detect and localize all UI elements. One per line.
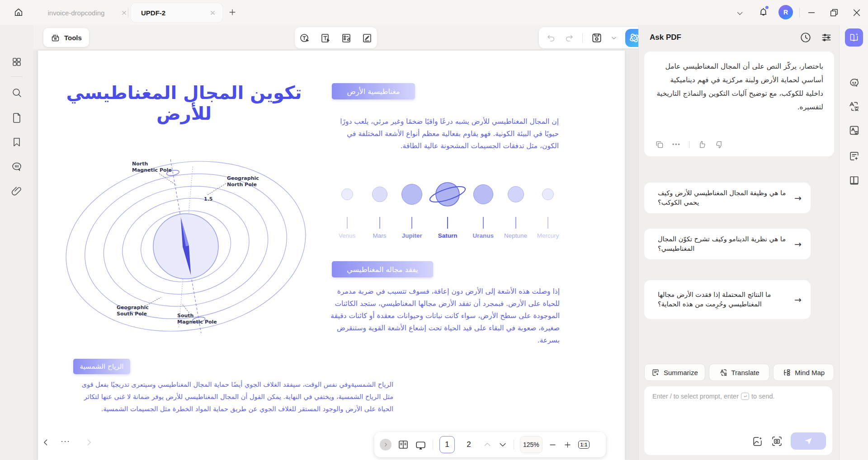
ai-response-text: باختصار، يركّز النص على أن المجال المغنا… (655, 60, 823, 114)
expand-toolbar-icon[interactable] (380, 439, 392, 451)
thumbs-down-icon[interactable] (715, 140, 724, 149)
quick-actions-row: Summarize Translate Mind Map (644, 364, 834, 381)
translate-page-icon[interactable] (849, 125, 860, 136)
ai-chat-icon[interactable] (849, 77, 860, 89)
zoom-out-icon[interactable] (548, 441, 557, 449)
summarize-doc-icon (651, 368, 660, 377)
save-options-chevron-icon[interactable] (611, 35, 617, 41)
pdf-page: تكوين المجال المغناطيسي للأرض مغناطيسية … (38, 51, 625, 460)
new-tab-icon[interactable] (228, 8, 237, 17)
zoom-in-icon[interactable] (563, 441, 572, 449)
sidebar-divider (11, 76, 23, 77)
add-image-icon[interactable] (752, 436, 763, 447)
tools-button[interactable]: Tools (43, 28, 89, 47)
main-toolbar: Tools (33, 25, 638, 50)
tab-label: UPDF-2 (141, 9, 209, 17)
arrow-right-icon: → (794, 295, 802, 305)
minimize-icon[interactable] (807, 8, 816, 18)
ask-pdf-active-icon[interactable] (845, 28, 863, 47)
sign-stamp-icon[interactable] (362, 33, 373, 43)
response-actions: ••• (655, 140, 724, 149)
presentation-mode-icon[interactable] (415, 439, 426, 451)
reader-book-icon[interactable] (849, 174, 860, 186)
restore-window-icon[interactable] (829, 8, 839, 18)
thumbnails-grid-icon[interactable] (11, 56, 22, 67)
diagram-label-south-magnetic-1: South (177, 313, 193, 319)
tab-invoice-dropcoding[interactable]: invoice-dropcoding (32, 4, 127, 22)
screenshot-camera-icon[interactable] (771, 436, 783, 447)
page-nav-more[interactable]: ··· (61, 437, 70, 446)
zoom-level-box[interactable]: 125% (520, 437, 542, 453)
more-actions-icon[interactable]: ••• (672, 141, 681, 148)
ask-pdf-header: Ask PDF (639, 25, 840, 50)
diagram-label-north-magnetic-1: North (132, 161, 148, 167)
thumbs-up-icon[interactable] (698, 140, 707, 149)
two-page-view-icon[interactable] (398, 439, 409, 450)
home-icon[interactable] (14, 7, 24, 17)
tab-close-icon[interactable] (121, 9, 127, 16)
tab-updf-2[interactable]: UPDF-2 (131, 3, 222, 22)
tab-close-icon[interactable] (209, 9, 216, 16)
viewer-bottom-toolbar: 1 2 125% 1:1 (374, 432, 606, 457)
diagram-label-geo-north-2: North Pole (227, 182, 257, 188)
ask-pdf-panel: Ask PDF باختصار، يركّز النص على أن المجا… (638, 25, 839, 460)
history-clock-icon[interactable] (800, 32, 811, 43)
toolbar-divider (514, 440, 514, 450)
ai-response-card: باختصار، يركّز النص على أن المجال المغنا… (644, 52, 834, 156)
tools-label: Tools (64, 34, 82, 42)
toolbar-divider (433, 440, 433, 450)
prompt-placeholder: Enter / to select prompt, enter to send. (652, 393, 824, 400)
badge-loses-magnetic-field: يفقد مجاله المغناطيسي (332, 261, 433, 277)
reader-text-icon[interactable] (299, 33, 310, 43)
bookmark-icon[interactable] (11, 136, 22, 147)
diagram-label-geo-north-1: Geographic (227, 175, 259, 181)
undo-icon[interactable] (546, 33, 556, 43)
avatar[interactable]: R (778, 5, 793, 19)
prompt-input[interactable]: Enter / to select prompt, enter to send. (644, 386, 832, 455)
ai-tools-sidebar (839, 25, 868, 460)
page-document-icon[interactable] (11, 112, 22, 123)
page-up-chevron-icon[interactable] (483, 440, 492, 449)
pdf-viewport[interactable]: تكوين المجال المغناطيسي للأرض مغناطيسية … (33, 50, 638, 460)
close-window-icon[interactable] (852, 8, 862, 18)
suggested-question-3[interactable]: ما النتائج المحتملة إذا فقدت الأرض مجاله… (644, 280, 811, 319)
form-fields-icon[interactable] (341, 33, 352, 43)
notifications-bell-icon[interactable] (758, 6, 769, 18)
placeholder-suffix: to send. (751, 393, 775, 400)
save-icon[interactable] (591, 32, 603, 44)
suggested-question-1[interactable]: ما هي وظيفة المجال المغناطيسي للأرض وكيف… (644, 183, 811, 213)
actual-size-button[interactable]: 1:1 (578, 441, 590, 449)
window-titlebar: invoice-dropcoding UPDF-2 R (0, 0, 868, 25)
translate-button[interactable]: Translate (709, 364, 770, 381)
planet-mars: Mars (363, 180, 396, 239)
diagram-label-geo-south-1: Geographic (117, 305, 149, 310)
mind-map-button[interactable]: Mind Map (773, 364, 834, 381)
suggestion-text: ما النتائج المحتملة إذا فقدت الأرض مجاله… (658, 290, 788, 309)
planet-venus: Venus (331, 180, 363, 239)
diagram-label-north-magnetic-2: Magnetic Pole (132, 167, 172, 173)
attachments-paperclip-icon[interactable] (11, 186, 22, 197)
summarize-doc-icon[interactable] (849, 150, 860, 162)
page-button-2[interactable]: 2 (461, 436, 476, 453)
toolbar-divider (582, 33, 583, 43)
search-icon[interactable] (11, 87, 22, 98)
settings-sliders-icon[interactable] (821, 32, 832, 43)
translate-label: Translate (731, 369, 760, 376)
suggested-question-2[interactable]: ما هي نظرية الدينامو وكيف تشرح تكوّن الم… (644, 229, 811, 259)
panel-title: Ask PDF (650, 33, 681, 42)
prev-page-chevron-icon[interactable] (42, 438, 51, 447)
page-down-chevron-icon[interactable] (498, 440, 507, 449)
copy-icon[interactable] (655, 140, 664, 149)
planet-saturn: Saturn (428, 180, 467, 239)
edit-text-icon[interactable] (320, 33, 331, 43)
redo-icon[interactable] (564, 33, 574, 43)
page-button-1[interactable]: 1 (439, 436, 455, 453)
badge-solar-wind: الرياح الشمسية (73, 359, 130, 374)
next-page-chevron-icon[interactable] (84, 438, 93, 447)
translate-text-icon[interactable] (849, 101, 860, 112)
send-button[interactable] (791, 432, 826, 450)
enter-key-icon (741, 393, 749, 400)
chevron-down-icon[interactable] (736, 9, 744, 17)
comments-icon[interactable] (11, 161, 22, 172)
summarize-button[interactable]: Summarize (644, 364, 705, 381)
